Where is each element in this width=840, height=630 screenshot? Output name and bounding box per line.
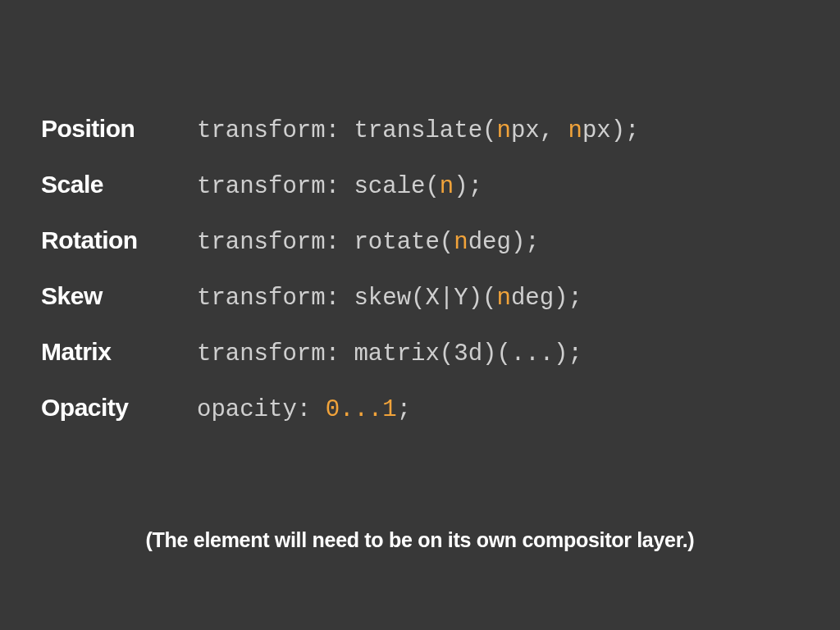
- property-code: transform: rotate(ndeg);: [197, 229, 540, 256]
- code-text: px);: [582, 117, 640, 144]
- property-code: transform: skew(X|Y)(ndeg);: [197, 285, 582, 312]
- property-row: Opacityopacity: 0...1;: [41, 394, 799, 423]
- slide: Positiontransform: translate(npx, npx);S…: [0, 0, 840, 630]
- code-text: transform: skew(X|Y)(: [197, 285, 496, 312]
- property-label: Scale: [41, 171, 197, 199]
- code-highlight: n: [496, 117, 510, 144]
- property-label: Skew: [41, 282, 197, 310]
- code-text: ;: [397, 396, 411, 423]
- property-label: Rotation: [41, 226, 197, 254]
- code-highlight: n: [496, 285, 510, 312]
- property-code: opacity: 0...1;: [197, 396, 411, 423]
- code-text: px,: [511, 117, 568, 144]
- code-highlight: n: [568, 117, 582, 144]
- code-text: deg);: [511, 285, 582, 312]
- property-code: transform: scale(n);: [197, 173, 482, 200]
- property-row: Skewtransform: skew(X|Y)(ndeg);: [41, 282, 799, 312]
- code-text: transform: translate(: [197, 117, 496, 144]
- property-label: Opacity: [41, 394, 197, 422]
- property-row: Matrixtransform: matrix(3d)(...);: [41, 338, 799, 368]
- property-code: transform: translate(npx, npx);: [197, 117, 640, 144]
- property-row: Positiontransform: translate(npx, npx);: [41, 115, 799, 144]
- code-highlight: 0...1: [326, 396, 397, 423]
- property-row: Scaletransform: scale(n);: [41, 171, 799, 200]
- property-code: transform: matrix(3d)(...);: [197, 340, 582, 368]
- code-text: transform: matrix(3d)(...);: [197, 340, 582, 368]
- code-text: deg);: [468, 229, 540, 256]
- property-row: Rotationtransform: rotate(ndeg);: [41, 226, 799, 256]
- code-highlight: n: [454, 229, 468, 256]
- code-text: transform: scale(: [197, 173, 440, 200]
- slide-note: (The element will need to be on its own …: [0, 528, 840, 552]
- code-text: transform: rotate(: [197, 229, 454, 256]
- code-text: opacity:: [197, 396, 326, 423]
- property-label: Matrix: [41, 338, 197, 366]
- property-label: Position: [41, 115, 197, 143]
- code-text: );: [454, 173, 482, 200]
- code-highlight: n: [440, 173, 454, 200]
- property-rows: Positiontransform: translate(npx, npx);S…: [41, 115, 799, 423]
